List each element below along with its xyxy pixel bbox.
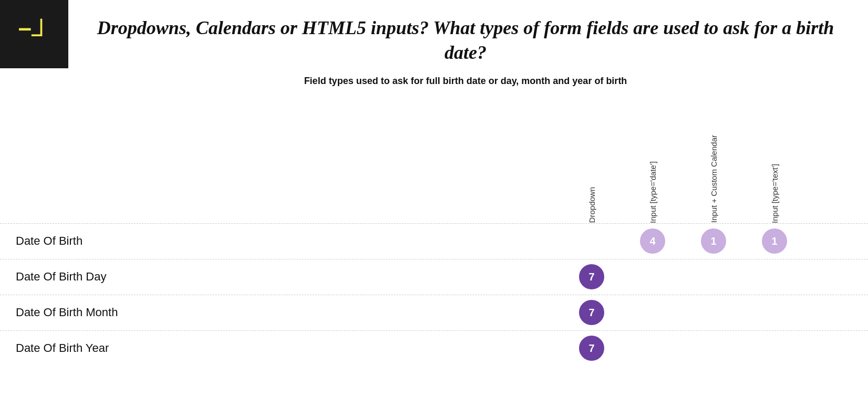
col-header-input-text: Input [type='text'] xyxy=(748,159,801,223)
row-cells: 7 xyxy=(561,336,868,361)
col-header-input-custom-label: Input + Custom Calendar xyxy=(709,130,718,223)
main-title: Dropdowns, Calendars or HTML5 inputs? Wh… xyxy=(84,16,847,65)
badge: 7 xyxy=(579,336,604,361)
col-header-input-custom: Input + Custom Calendar xyxy=(687,130,740,223)
badge: 1 xyxy=(701,228,726,254)
header: Dropdowns, Calendars or HTML5 inputs? Wh… xyxy=(84,0,868,97)
row-label: Date Of Birth Day xyxy=(0,270,561,284)
table-row: Date Of Birth Month7 xyxy=(0,295,868,330)
row-label: Date Of Birth xyxy=(0,234,561,248)
content-area: Dropdown Input [type='date'] Input + Cus… xyxy=(0,108,868,366)
col-header-input-text-label: Input [type='text'] xyxy=(770,159,779,223)
cell-input-date: 4 xyxy=(626,228,679,254)
col-header-dropdown-label: Dropdown xyxy=(587,182,596,223)
col-header-input-date-label: Input [type='date'] xyxy=(648,156,657,223)
badge: 1 xyxy=(762,228,787,254)
badge: 7 xyxy=(579,300,604,325)
cell-dropdown: 7 xyxy=(565,264,618,289)
logo-icon: └⁻ xyxy=(17,20,51,48)
column-headers: Dropdown Input [type='date'] Input + Cus… xyxy=(0,108,868,223)
cell-dropdown: 7 xyxy=(565,300,618,325)
badge: 4 xyxy=(640,228,665,254)
cell-dropdown: 7 xyxy=(565,336,618,361)
col-header-dropdown: Dropdown xyxy=(565,182,618,223)
row-label: Date Of Birth Month xyxy=(0,306,561,319)
logo: └⁻ xyxy=(0,0,68,68)
row-cells: 7 xyxy=(561,264,868,289)
row-cells: 411 xyxy=(561,228,868,254)
subtitle: Field types used to ask for full birth d… xyxy=(84,76,847,87)
badge: 7 xyxy=(579,264,604,289)
col-header-input-date: Input [type='date'] xyxy=(626,156,679,223)
table-row: Date Of Birth411 xyxy=(0,223,868,259)
cell-input-custom: 1 xyxy=(687,228,740,254)
row-label: Date Of Birth Year xyxy=(0,341,561,355)
cell-input-text: 1 xyxy=(748,228,801,254)
row-cells: 7 xyxy=(561,300,868,325)
data-table: Date Of Birth411Date Of Birth Day7Date O… xyxy=(0,223,868,366)
table-row: Date Of Birth Year7 xyxy=(0,330,868,366)
table-row: Date Of Birth Day7 xyxy=(0,259,868,295)
